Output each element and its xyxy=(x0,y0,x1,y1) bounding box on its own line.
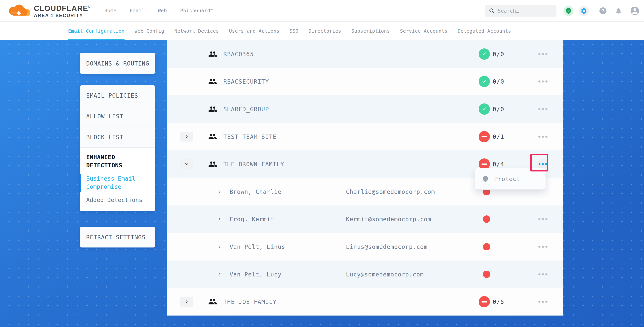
account-icon[interactable] xyxy=(630,6,639,15)
status-minus-badge xyxy=(478,131,490,142)
sidebar-item-added-detections[interactable]: Added Detections xyxy=(86,196,149,204)
table-row-group[interactable]: THE JOE FAMILY0/5 xyxy=(167,288,563,316)
tab-directories[interactable]: Directories xyxy=(308,22,341,40)
tab-service-accounts[interactable]: Service Accounts xyxy=(400,22,448,40)
dot xyxy=(538,53,540,55)
status-check-badge xyxy=(478,76,490,87)
row-actions-menu-button[interactable] xyxy=(537,273,549,275)
row-actions-menu-button[interactable] xyxy=(537,53,549,55)
row-actions-menu-button[interactable] xyxy=(537,163,549,165)
dot xyxy=(542,218,544,220)
expand-chevron-button[interactable] xyxy=(180,132,194,142)
user-email: Linus@somedemocorp.com xyxy=(346,243,428,250)
protected-count: 0/1 xyxy=(493,133,504,140)
row-actions-menu-button[interactable] xyxy=(537,80,549,83)
tab-sso[interactable]: SSO xyxy=(290,22,298,40)
dot xyxy=(538,273,540,275)
sidebar-enhanced-detections-section: ENHANCED DETECTIONS Business Email Compr… xyxy=(80,148,155,211)
section-tabs: Email ConfigurationWeb ConfigNetwork Dev… xyxy=(0,22,644,40)
group-name: RBACO365 xyxy=(223,50,254,57)
table-row-group[interactable]: RBACSECURITY0/0 xyxy=(167,68,563,95)
top-nav-item-email[interactable]: Email xyxy=(130,8,145,13)
sidebar-item-label: RETRACT SETTINGS xyxy=(80,234,146,241)
group-icon xyxy=(208,77,217,86)
row-actions-menu-button[interactable] xyxy=(537,218,549,220)
table-row-user[interactable]: Van Pelt, LinusLinus@somedemocorp.com xyxy=(167,233,563,261)
dot xyxy=(542,273,544,275)
dot xyxy=(545,218,548,220)
notifications-bell-icon[interactable] xyxy=(614,6,623,15)
user-email: Charlie@somedemocorp.com xyxy=(346,188,435,195)
user-chevron-icon[interactable] xyxy=(217,189,222,194)
tab-delegated-accounts[interactable]: Delegated Accounts xyxy=(458,22,511,40)
dot xyxy=(545,246,548,248)
dot xyxy=(542,163,544,165)
sidebar-item-domains-routing[interactable]: DOMAINS & ROUTING xyxy=(80,53,155,74)
header-icons: ? xyxy=(564,0,639,22)
user-email: Lucy@somedemocorp.com xyxy=(346,271,424,278)
dot xyxy=(538,301,540,303)
collapse-chevron-button[interactable] xyxy=(180,159,194,169)
table-row-group[interactable]: SHARED_GROUP0/0 xyxy=(167,95,563,123)
help-icon[interactable]: ? xyxy=(600,7,606,14)
menu-item-protect[interactable]: Protect xyxy=(494,176,520,182)
top-nav-item-home[interactable]: Home xyxy=(104,8,116,13)
page: CLOUDFLARE® AREA 1 SECURITY HomeEmailWeb… xyxy=(0,0,644,327)
sidebar-item-block-list[interactable]: BLOCK LIST xyxy=(80,127,155,148)
registered-mark: ® xyxy=(88,5,90,9)
dot xyxy=(538,135,540,138)
dot xyxy=(545,53,548,55)
top-nav-item-web[interactable]: Web xyxy=(158,8,167,13)
group-name: THE BROWN FAMILY xyxy=(223,161,284,168)
user-chevron-icon[interactable] xyxy=(217,272,222,277)
table-row-user[interactable]: Van Pelt, LucyLucy@somedemocorp.com xyxy=(167,261,563,288)
table-row-group[interactable]: RBACO3650/0 xyxy=(167,40,563,68)
row-actions-menu-button[interactable] xyxy=(537,301,549,303)
dot xyxy=(545,163,547,165)
expand-chevron-button[interactable] xyxy=(180,297,194,307)
sidebar-item-email-policies[interactable]: EMAIL POLICIES xyxy=(80,85,155,106)
group-name: SHARED_GROUP xyxy=(223,106,269,112)
dot xyxy=(542,53,544,55)
row-actions-menu-button[interactable] xyxy=(537,246,549,248)
row-actions-menu-button[interactable] xyxy=(537,108,549,110)
user-chevron-icon[interactable] xyxy=(217,217,222,221)
top-nav-item-phishguard[interactable]: PhishGuard™ xyxy=(180,8,213,13)
group-name: THE JOE FAMILY xyxy=(223,299,277,305)
dot xyxy=(545,108,548,110)
settings-gear-icon[interactable] xyxy=(579,6,589,16)
security-shield-icon[interactable] xyxy=(564,6,574,16)
search-bar[interactable] xyxy=(485,5,556,17)
table-row-group[interactable]: TEST TEAM SITE0/1 xyxy=(167,123,563,150)
group-name: TEST TEAM SITE xyxy=(223,133,277,140)
status-dot xyxy=(483,215,490,223)
dot xyxy=(545,273,548,275)
group-icon xyxy=(208,49,217,58)
sidebar-item-business-email-compromise[interactable]: Business Email Compromise xyxy=(86,175,149,191)
tab-email-configuration[interactable]: Email Configuration xyxy=(68,22,124,40)
context-menu: Protect xyxy=(475,168,546,190)
sidebar-item-allow-list[interactable]: ALLOW LIST xyxy=(80,106,155,127)
minus-glyph xyxy=(482,301,487,303)
status-minus-badge xyxy=(478,296,490,307)
search-input[interactable] xyxy=(498,8,548,14)
tab-subscriptions[interactable]: Subscriptions xyxy=(352,22,390,40)
sidebar-item-enhanced-detections[interactable]: ENHANCED DETECTIONS xyxy=(86,153,149,170)
user-name: Frog, Kermit xyxy=(230,216,274,223)
brand-name: CLOUDFLARE® xyxy=(34,3,90,13)
group-name: RBACSECURITY xyxy=(223,78,269,85)
table-row-user[interactable]: Frog, KermitKermit@somedemocorp.com xyxy=(167,206,563,233)
sidebar-item-retract-settings[interactable]: RETRACT SETTINGS xyxy=(80,227,155,248)
dot xyxy=(538,246,540,248)
tab-network-devices[interactable]: Network Devices xyxy=(174,22,219,40)
group-icon xyxy=(208,132,217,141)
user-chevron-icon[interactable] xyxy=(217,244,222,249)
brand[interactable]: CLOUDFLARE® AREA 1 SECURITY xyxy=(8,3,90,18)
dot xyxy=(538,108,540,110)
user-name: Van Pelt, Lucy xyxy=(230,271,282,278)
tab-users-and-actions[interactable]: Users and Actions xyxy=(229,22,280,40)
row-actions-menu-button[interactable] xyxy=(537,135,549,138)
status-check-badge xyxy=(478,103,490,115)
tab-web-config[interactable]: Web Config xyxy=(135,22,164,40)
dot xyxy=(542,135,544,138)
